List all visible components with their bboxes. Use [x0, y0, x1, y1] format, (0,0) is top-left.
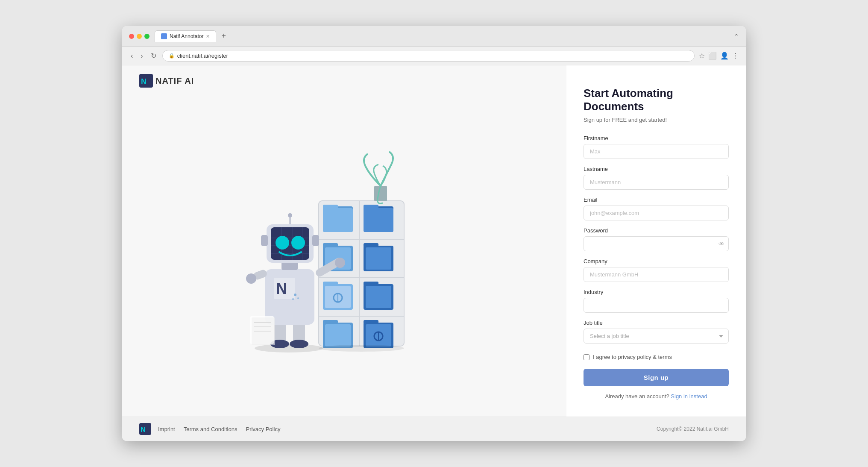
svg-text:N: N [141, 77, 147, 86]
menu-icon[interactable]: ⋮ [732, 52, 739, 60]
password-input[interactable] [584, 236, 729, 251]
logo-text: NATIF AI [155, 76, 194, 86]
terms-checkbox-group: I agree to privacy policy & terms [584, 354, 729, 360]
page-content: N NATIF AI [122, 65, 746, 441]
footer-terms-link[interactable]: Terms and Conditions [184, 426, 238, 432]
illustration-area: N NATIF AI [122, 65, 566, 417]
svg-point-46 [297, 297, 299, 299]
active-tab[interactable]: Natif Annotator ✕ [155, 30, 216, 42]
illustration-wrapper: N [139, 96, 549, 408]
back-button[interactable]: ‹ [129, 51, 135, 61]
new-tab-button[interactable]: + [220, 32, 228, 41]
svg-point-47 [292, 298, 294, 300]
forward-button[interactable]: › [139, 51, 144, 61]
lastname-label: Lastname [584, 166, 729, 172]
footer-copyright: Copyright© 2022 Natif.ai GmbH [657, 426, 729, 432]
firstname-group: Firstname [584, 135, 729, 159]
svg-rect-29 [325, 324, 351, 347]
page-body: N NATIF AI [122, 65, 746, 417]
bookmark-icon[interactable]: ☆ [699, 52, 705, 60]
form-subtitle: Sign up for FREE and get started! [584, 117, 729, 123]
expand-icon[interactable]: ⌃ [734, 33, 739, 40]
profile-icon[interactable]: 👤 [720, 52, 729, 60]
svg-rect-9 [323, 208, 353, 232]
email-group: Email [584, 197, 729, 220]
browser-titlebar: Natif Annotator ✕ + ⌃ [122, 26, 746, 47]
extensions-icon[interactable]: ⬜ [708, 52, 717, 60]
refresh-button[interactable]: ↻ [149, 51, 158, 61]
firstname-input[interactable] [584, 144, 729, 159]
svg-point-64 [246, 273, 256, 284]
svg-point-45 [294, 294, 296, 296]
svg-rect-62 [312, 235, 319, 246]
show-password-button[interactable]: 👁 [718, 241, 724, 247]
toolbar-actions: ☆ ⬜ 👤 ⋮ [699, 52, 739, 60]
footer-links: Imprint Terms and Conditions Privacy Pol… [158, 426, 280, 432]
minimize-button[interactable] [137, 34, 142, 39]
svg-rect-12 [364, 208, 393, 232]
svg-point-58 [291, 236, 305, 250]
industry-input[interactable] [584, 298, 729, 313]
footer-imprint-link[interactable]: Imprint [158, 426, 175, 432]
tab-close-button[interactable]: ✕ [206, 34, 210, 39]
company-input[interactable] [584, 267, 729, 282]
industry-label: Industry [584, 289, 729, 295]
email-label: Email [584, 197, 729, 203]
password-label: Password [584, 227, 729, 234]
company-label: Company [584, 258, 729, 264]
svg-rect-18 [366, 247, 391, 270]
registration-form: Start Automating Documents Sign up for F… [566, 65, 746, 417]
footer-logo-icon: N [139, 423, 151, 435]
close-button[interactable] [129, 34, 134, 39]
password-group: Password 👁 [584, 227, 729, 251]
terms-checkbox[interactable] [584, 354, 589, 360]
terms-label: I agree to privacy policy & terms [593, 354, 672, 360]
svg-rect-61 [261, 235, 268, 246]
firstname-label: Firstname [584, 135, 729, 141]
jobtitle-label: Job title [584, 320, 729, 326]
svg-rect-35 [374, 186, 387, 201]
browser-window: Natif Annotator ✕ + ⌃ ‹ › ↻ 🔒 client.nat… [122, 26, 746, 441]
jobtitle-group: Job title Select a job title Software En… [584, 320, 729, 344]
address-bar[interactable]: 🔒 client.natif.ai/register [162, 50, 695, 62]
lastname-group: Lastname [584, 166, 729, 190]
traffic-lights [129, 34, 150, 39]
svg-rect-26 [366, 286, 391, 308]
form-title: Start Automating Documents [584, 87, 729, 113]
footer-privacy-link[interactable]: Privacy Policy [246, 426, 280, 432]
url-text: client.natif.ai/register [177, 53, 228, 59]
tab-title: Natif Annotator [170, 33, 203, 39]
signin-row: Already have an account? Sign in instead [584, 393, 729, 399]
robot-illustration: N [233, 150, 455, 355]
svg-point-60 [288, 213, 292, 217]
footer-left: N Imprint Terms and Conditions Privacy P… [139, 423, 280, 435]
industry-group: Industry [584, 289, 729, 313]
jobtitle-select[interactable]: Select a job title Software Engineer Pro… [584, 329, 729, 344]
maximize-button[interactable] [144, 34, 150, 39]
email-input[interactable] [584, 206, 729, 220]
svg-text:N: N [276, 280, 287, 297]
signin-link[interactable]: Sign in instead [671, 393, 707, 399]
signin-text: Already have an account? [605, 393, 669, 399]
svg-point-36 [319, 345, 404, 352]
lastname-input[interactable] [584, 175, 729, 190]
page-footer: N Imprint Terms and Conditions Privacy P… [122, 417, 746, 441]
svg-point-66 [335, 258, 345, 268]
company-group: Company [584, 258, 729, 282]
tab-favicon [161, 33, 167, 39]
svg-point-41 [290, 340, 308, 348]
lock-icon: 🔒 [169, 53, 175, 59]
signup-button[interactable]: Sign up [584, 369, 729, 386]
tab-bar: Natif Annotator ✕ + [155, 30, 729, 42]
svg-text:N: N [141, 426, 146, 433]
password-wrapper: 👁 [584, 236, 729, 251]
svg-point-57 [276, 236, 289, 250]
logo: N NATIF AI [139, 74, 194, 88]
browser-toolbar: ‹ › ↻ 🔒 client.natif.ai/register ☆ ⬜ 👤 ⋮ [122, 47, 746, 65]
logo-icon: N [139, 74, 153, 88]
